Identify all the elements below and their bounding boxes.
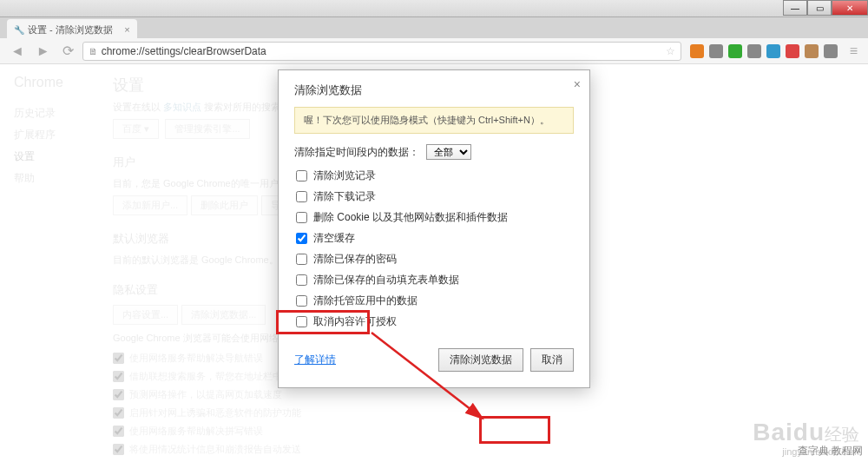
extension-icon[interactable] [786, 44, 799, 58]
clear-checkbox[interactable] [296, 274, 307, 286]
clear-checkbox[interactable] [296, 191, 307, 202]
clear-option-2[interactable]: 删除 Cookie 以及其他网站数据和插件数据 [296, 210, 574, 225]
tab-bar: 🔧 设置 - 清除浏览数据 × [0, 17, 868, 38]
clear-checkbox[interactable] [296, 170, 307, 182]
clear-checkbox[interactable] [296, 316, 307, 327]
clear-option-6[interactable]: 清除托管应用中的数据 [296, 294, 574, 308]
minimize-button[interactable]: — [783, 0, 807, 16]
bookmark-star-icon[interactable]: ☆ [666, 45, 675, 57]
back-button[interactable]: ◄ [7, 43, 28, 59]
incognito-tip: 喔！下次您可以使用隐身模式（快捷键为 Ctrl+Shift+N）。 [294, 107, 574, 134]
address-bar[interactable]: 🗎 chrome://settings/clearBrowserData ☆ [82, 42, 681, 61]
extension-icon[interactable] [709, 44, 723, 58]
extension-icon[interactable] [747, 44, 761, 58]
close-button[interactable]: ✕ [832, 0, 868, 16]
clear-option-7[interactable]: 取消内容许可授权 [296, 314, 574, 329]
extension-icon[interactable] [824, 44, 838, 58]
clear-option-0[interactable]: 清除浏览记录 [296, 168, 574, 183]
modal-title: 清除浏览数据 [294, 82, 574, 98]
clear-option-3[interactable]: 清空缓存 [296, 231, 574, 246]
browser-toolbar: ◄ ► ⟳ 🗎 chrome://settings/clearBrowserDa… [0, 38, 868, 64]
extension-icon[interactable] [690, 44, 704, 58]
clear-checkbox[interactable] [296, 233, 307, 244]
extension-icon[interactable] [805, 44, 819, 58]
modal-close-button[interactable]: × [574, 77, 581, 91]
time-range-label: 清除指定时间段内的数据： [294, 145, 419, 160]
reload-button[interactable]: ⟳ [59, 43, 77, 59]
window-titlebar: — ▭ ✕ [0, 0, 868, 17]
url-text: chrome://settings/clearBrowserData [102, 45, 266, 57]
clear-data-modal: × 清除浏览数据 喔！下次您可以使用隐身模式（快捷键为 Ctrl+Shift+N… [278, 69, 590, 388]
clear-data-button[interactable]: 清除浏览数据 [438, 348, 523, 372]
clear-options-list: 清除浏览记录清除下载记录删除 Cookie 以及其他网站数据和插件数据清空缓存清… [296, 168, 574, 329]
clear-option-5[interactable]: 清除已保存的自动填充表单数据 [296, 273, 574, 287]
clear-option-1[interactable]: 清除下载记录 [296, 189, 574, 204]
clear-option-4[interactable]: 清除已保存的密码 [296, 252, 574, 267]
browser-tab[interactable]: 🔧 设置 - 清除浏览数据 × [7, 19, 137, 38]
tab-label: 设置 - 清除浏览数据 [28, 23, 113, 36]
clear-checkbox[interactable] [296, 254, 307, 265]
tab-close-icon[interactable]: × [124, 24, 129, 35]
cancel-button[interactable]: 取消 [530, 348, 574, 372]
menu-button[interactable]: ≡ [846, 43, 861, 59]
clear-checkbox[interactable] [296, 295, 307, 307]
wrench-icon: 🔧 [14, 25, 24, 35]
page-icon: 🗎 [89, 46, 98, 56]
forward-button[interactable]: ► [33, 43, 54, 59]
extension-icon[interactable] [728, 44, 742, 58]
corner-watermark: 查字典 教程网 [798, 444, 863, 459]
clear-checkbox[interactable] [296, 212, 307, 223]
extension-icons [687, 44, 841, 58]
maximize-button[interactable]: ▭ [807, 0, 832, 16]
time-range-select[interactable]: 全部 [426, 144, 471, 160]
window-controls: — ▭ ✕ [783, 0, 868, 16]
extension-icon[interactable] [766, 44, 780, 58]
learn-more-link[interactable]: 了解详情 [294, 353, 336, 367]
